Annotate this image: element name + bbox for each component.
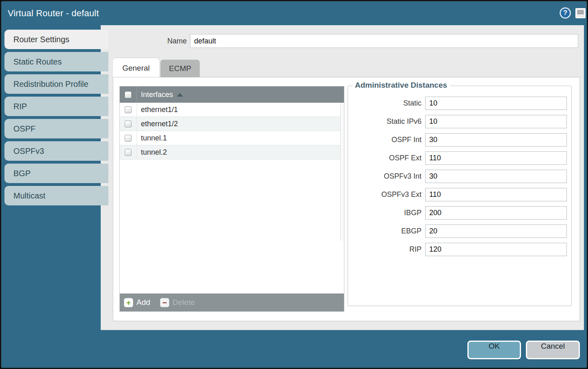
static-ipv6-input[interactable]: [425, 115, 567, 128]
admin-distances-fieldset: Administrative Distances StaticStatic IP…: [348, 86, 572, 306]
field-label: Static IPv6: [348, 117, 425, 126]
sidebar-item-label: BGP: [13, 169, 30, 178]
dialog-title: Virtual Router - default: [8, 1, 99, 26]
interfaces-table-toolbar: + Add − Delete: [120, 293, 344, 311]
sidebar-item-label: Redistribution Profile: [13, 80, 89, 88]
tab-label: General: [122, 64, 150, 72]
delete-button-label: Delete: [173, 298, 195, 307]
admin-distances-title: Administrative Distances: [352, 81, 450, 90]
sidebar-item-bgp[interactable]: BGP: [4, 164, 108, 183]
header-checkbox-cell: [120, 86, 137, 103]
sidebar-item-label: OSPF: [13, 124, 35, 133]
interfaces-table-header: Interfaces: [120, 86, 344, 103]
tab-ecmp[interactable]: ECMP: [160, 60, 200, 78]
interface-name: tunnel.1: [141, 134, 167, 142]
table-row[interactable]: ethernet1/2: [120, 117, 344, 131]
admin-distance-row-static-ipv6: Static IPv6: [348, 115, 571, 128]
admin-distance-row-ospf-ext: OSPF Ext: [348, 151, 571, 165]
row-checkbox[interactable]: [125, 149, 132, 156]
help-icon[interactable]: ?: [560, 7, 571, 19]
admin-distance-row-ospfv3-ext: OSPFv3 Ext: [348, 188, 571, 201]
sidebar-item-router-settings[interactable]: Router Settings: [4, 30, 108, 49]
admin-distance-row-rip: RIP: [348, 243, 571, 256]
title-bar: Virtual Router - default ?: [1, 1, 587, 26]
table-scrollbar[interactable]: [340, 103, 344, 241]
interfaces-table: Interfaces ethernet1/1ethernet1/2tunnel.…: [119, 86, 344, 312]
admin-distance-row-ospfv3-int: OSPFv3 Int: [348, 170, 571, 183]
delete-button[interactable]: − Delete: [160, 298, 195, 307]
field-label: OSPFv3 Ext: [348, 190, 425, 199]
ebgp-input[interactable]: [425, 224, 567, 238]
sidebar-item-label: Static Routes: [13, 57, 62, 66]
window-restore-icon[interactable]: [575, 8, 586, 18]
sidebar-item-ospfv3[interactable]: OSPFv3: [4, 141, 108, 161]
name-input[interactable]: [190, 34, 578, 48]
ospfv3-int-input[interactable]: [425, 170, 567, 183]
sidebar-item-label: Multicast: [13, 191, 45, 200]
sort-ascending-icon[interactable]: [177, 93, 183, 97]
tab-general[interactable]: General: [113, 58, 159, 78]
sidebar-item-ospf[interactable]: OSPF: [4, 119, 108, 138]
virtual-router-dialog: Virtual Router - default ? Router Settin…: [0, 0, 588, 369]
ospfv3-ext-input[interactable]: [425, 188, 567, 201]
sidebar-item-label: OSPFv3: [13, 147, 44, 155]
sidebar-item-multicast[interactable]: Multicast: [4, 186, 108, 205]
static-input[interactable]: [425, 97, 567, 110]
row-checkbox-cell: [120, 145, 137, 159]
table-row[interactable]: ethernet1/1: [120, 103, 344, 117]
field-label: RIP: [348, 245, 425, 254]
window-restore-icon-inner: [577, 10, 584, 14]
field-label: OSPF Int: [348, 136, 425, 144]
name-label: Name: [101, 34, 187, 48]
select-all-checkbox[interactable]: [125, 91, 132, 98]
ibgp-input[interactable]: [425, 206, 567, 220]
field-label: IBGP: [348, 209, 425, 217]
interface-name: ethernet1/2: [141, 120, 178, 128]
sidebar-item-label: RIP: [13, 102, 27, 111]
field-label: OSPF Ext: [348, 154, 425, 162]
sidebar: Router SettingsStatic RoutesRedistributi…: [4, 30, 108, 208]
main-panel: Name GeneralECMP Interfaces ethernet1/1e…: [101, 25, 584, 330]
row-checkbox[interactable]: [125, 121, 132, 127]
ok-button[interactable]: OK: [467, 341, 521, 359]
row-checkbox-cell: [120, 117, 137, 131]
interface-name: ethernet1/1: [141, 106, 178, 114]
admin-distance-row-static: Static: [348, 97, 571, 110]
row-checkbox[interactable]: [125, 135, 132, 142]
field-label: OSPFv3 Int: [348, 172, 425, 181]
row-checkbox[interactable]: [125, 106, 132, 113]
admin-distance-row-ibgp: IBGP: [348, 206, 571, 220]
ospf-int-input[interactable]: [425, 133, 567, 147]
ospf-ext-input[interactable]: [425, 151, 567, 165]
tab-label: ECMP: [169, 64, 191, 73]
field-label: EBGP: [348, 227, 425, 235]
interfaces-table-body: ethernet1/1ethernet1/2tunnel.1tunnel.2: [120, 103, 344, 293]
field-label: Static: [348, 99, 425, 108]
add-button[interactable]: + Add: [124, 298, 150, 307]
interface-name: tunnel.2: [141, 148, 167, 157]
cancel-button[interactable]: Cancel: [526, 341, 580, 359]
admin-distance-row-ebgp: EBGP: [348, 224, 571, 238]
plus-icon: +: [124, 298, 133, 307]
add-button-label: Add: [136, 298, 150, 307]
table-row[interactable]: tunnel.2: [120, 145, 344, 160]
admin-distance-row-ospf-int: OSPF Int: [348, 133, 571, 147]
general-tab-content: Interfaces ethernet1/1ethernet1/2tunnel.…: [113, 77, 580, 321]
table-row[interactable]: tunnel.1: [120, 131, 344, 145]
minus-icon: −: [160, 298, 169, 307]
rip-input[interactable]: [425, 243, 567, 256]
sidebar-item-redistribution-profile[interactable]: Redistribution Profile: [4, 74, 108, 94]
interfaces-column-header[interactable]: Interfaces: [141, 91, 173, 99]
sidebar-item-label: Router Settings: [13, 35, 69, 44]
row-checkbox-cell: [120, 131, 137, 145]
sidebar-item-static-routes[interactable]: Static Routes: [4, 52, 108, 71]
admin-distance-fields: StaticStatic IPv6OSPF IntOSPF ExtOSPFv3 …: [348, 97, 571, 261]
row-checkbox-cell: [120, 103, 137, 117]
sidebar-item-rip[interactable]: RIP: [4, 97, 108, 116]
